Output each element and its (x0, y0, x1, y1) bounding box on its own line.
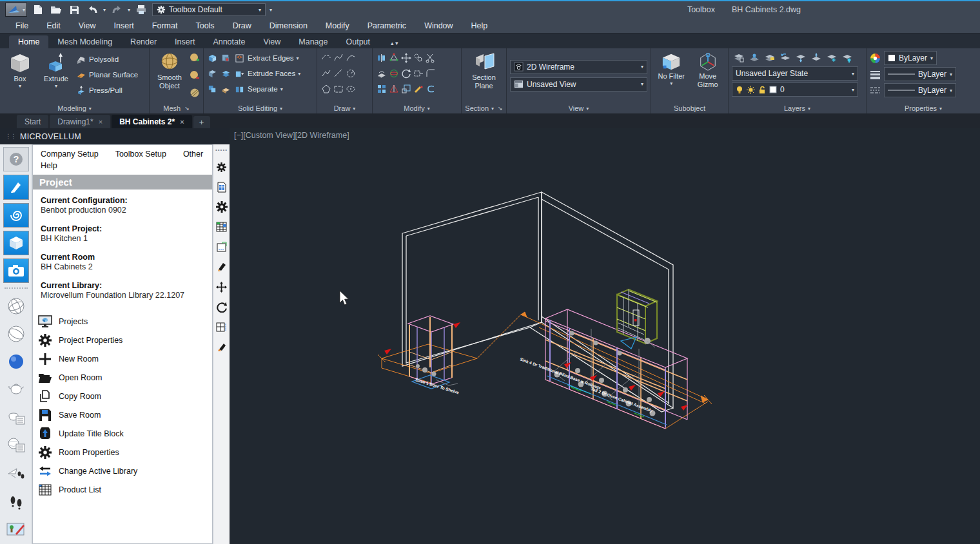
product-list-item[interactable]: Product List (38, 480, 207, 499)
menu-dimension[interactable]: Dimension (260, 21, 317, 30)
doc-tab-bh-cabinets-2[interactable]: BH Cabinets 2* × (112, 115, 191, 128)
interfere-button[interactable] (207, 84, 218, 95)
open-room-item[interactable]: Open Room (38, 368, 207, 387)
layer-properties-button[interactable] (733, 52, 744, 63)
move-tool-button[interactable] (216, 281, 228, 293)
visual-style-combobox[interactable]: 2D Wireframe ▾ (510, 60, 647, 74)
move-gizmo-button[interactable]: Move Gizmo (691, 50, 725, 101)
section-plane-button[interactable]: Section Plane (465, 50, 503, 101)
dimension-lines[interactable] (378, 312, 712, 429)
copy-room-item[interactable]: Copy Room (38, 387, 207, 405)
menu-view[interactable]: View (70, 21, 105, 30)
ribbon-tab-mesh-modeling[interactable]: Mesh Modeling (48, 35, 121, 48)
layer-on-button[interactable] (810, 52, 821, 63)
qat-customize-button[interactable]: ▾ (270, 7, 272, 13)
menu-parametric[interactable]: Parametric (358, 21, 415, 30)
rotate-button[interactable] (400, 68, 411, 79)
walk-button[interactable] (3, 489, 29, 513)
panel-label-modify[interactable]: Modify▾ (373, 103, 461, 113)
offset-button[interactable] (425, 84, 436, 95)
mesh-refine-button[interactable] (189, 52, 200, 63)
ellipse-button[interactable] (345, 84, 356, 95)
update-title-block-item[interactable]: Update Title Block (38, 424, 207, 443)
panel-label-modeling[interactable]: Modeling▾ (0, 103, 149, 113)
room-properties-item[interactable]: Room Properties (38, 443, 207, 461)
new-drawing-tab-button[interactable]: + (193, 116, 210, 128)
layer-isolate-button[interactable] (749, 52, 760, 63)
ribbon-tab-output[interactable]: Output (337, 35, 379, 48)
palette-menu-toolbox-setup[interactable]: Toolbox Setup (115, 150, 166, 159)
menu-file[interactable]: File (6, 21, 37, 30)
mirror-3d-button[interactable] (376, 53, 387, 64)
render-snapshot-button[interactable] (3, 258, 29, 283)
ribbon-tab-view[interactable]: View (254, 35, 289, 48)
menu-insert[interactable]: Insert (105, 21, 143, 30)
panel-label-layers[interactable]: Layers▾ (729, 103, 866, 113)
render-sphere-button[interactable] (3, 349, 29, 374)
new-file-button[interactable] (31, 3, 45, 17)
separate-icon-button[interactable] (234, 84, 245, 95)
menu-help[interactable]: Help (462, 21, 497, 30)
help-button[interactable]: ? (3, 147, 29, 171)
stretch-button[interactable] (413, 68, 424, 79)
change-active-library-item[interactable]: Change Active Library (38, 461, 207, 480)
viewport-controls[interactable]: [−][Custom View][2D Wireframe] (234, 131, 349, 140)
panel-label-mesh[interactable]: Mesh↘ (150, 103, 203, 113)
spec-document-button[interactable] (216, 181, 228, 193)
linetype-combobox[interactable]: ByLayer ▾ (884, 83, 956, 97)
schedule-table-button[interactable] (216, 221, 228, 233)
union-button[interactable] (207, 53, 218, 64)
ribbon-tab-render[interactable]: Render (121, 35, 166, 48)
separate-button[interactable]: Separate▾ (248, 81, 283, 97)
ribbon-tab-home[interactable]: Home (9, 35, 48, 48)
intersect-button[interactable] (207, 68, 218, 79)
layer-combobox[interactable]: 0 ▾ (732, 83, 858, 97)
redo-button[interactable] (110, 3, 124, 17)
projects-item[interactable]: Projects (38, 312, 207, 331)
wall-left[interactable] (402, 192, 542, 366)
smooth-object-button[interactable]: Smooth Object (153, 50, 186, 101)
extrude-button[interactable]: Extrude ▾ (39, 50, 73, 101)
extrude-faces-icon-button[interactable] (234, 68, 245, 79)
dialog-launcher-icon[interactable]: ↘ (498, 105, 503, 112)
panel-label-view[interactable]: View▾ (507, 103, 651, 113)
subtract-button[interactable] (220, 53, 231, 64)
save-button[interactable] (67, 3, 81, 17)
panel-label-draw[interactable]: Draw▾ (317, 103, 372, 113)
move-button[interactable] (400, 53, 411, 64)
panel-label-section[interactable]: Section▾↘ (462, 103, 506, 113)
doc-tab-start[interactable]: Start (17, 115, 48, 128)
layer-off-button[interactable] (795, 52, 806, 63)
menu-edit[interactable]: Edit (37, 21, 70, 30)
layer-unisolate-button[interactable] (764, 52, 775, 63)
extract-edges-button[interactable]: Extract Edges▾ (248, 50, 299, 66)
undo-dropdown[interactable]: ▾ (103, 7, 106, 13)
drawing-canvas[interactable]: [−][Custom View][2D Wireframe] (230, 128, 980, 544)
ribbon-tab-annotate[interactable]: Annotate (204, 35, 254, 48)
polyline-3d-button[interactable] (320, 68, 331, 79)
trim-button[interactable] (425, 53, 436, 64)
solid-modeling-button[interactable] (3, 231, 29, 255)
fillet-edge-button[interactable] (376, 68, 387, 79)
no-filter-button[interactable]: No Filter ▾ (654, 50, 688, 101)
polygon-button[interactable] (320, 84, 331, 95)
layer-state-combobox[interactable]: Unsaved Layer State ▾ (732, 66, 858, 81)
palette-menu-help[interactable]: Help (41, 161, 57, 170)
print-button[interactable] (134, 3, 148, 17)
save-room-item[interactable]: Save Room (38, 405, 207, 424)
layer-previous-button[interactable] (779, 52, 790, 63)
wire-sphere-2-button[interactable] (3, 322, 29, 346)
smart-tools-button[interactable] (3, 203, 29, 228)
press-pull-button[interactable]: Press/Pull (75, 83, 138, 98)
palette-grip[interactable]: ⋮⋮ (5, 133, 15, 140)
render-environment-button[interactable] (3, 433, 29, 458)
polysolid-button[interactable]: Polysolid (75, 52, 138, 67)
ribbon-collapse-button[interactable]: ▴ ▾ (386, 38, 404, 48)
menu-tools[interactable]: Tools (186, 21, 223, 30)
palette-title-bar[interactable]: ⋮⋮ MICROVELLUM (0, 128, 230, 144)
layer-lock-button[interactable] (841, 52, 852, 63)
drawing-page-button[interactable] (216, 241, 228, 253)
panel-label-properties[interactable]: Properties▾ (867, 103, 980, 113)
panel-label-solid-editing[interactable]: Solid Editing▾ (204, 103, 317, 113)
elevation-window-button[interactable] (216, 321, 228, 333)
